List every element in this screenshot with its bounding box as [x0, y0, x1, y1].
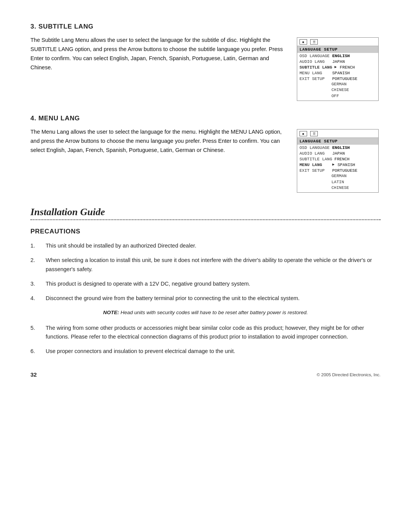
footer-copyright: © 2005 Directed Electronics, Inc. — [317, 372, 381, 377]
menu-label-2-4: MENU LANG — [299, 163, 330, 167]
subtitle-lang-heading: 3. Subtitle Lang — [30, 23, 381, 30]
precaution-item-1: 1. This unit should be installed by an a… — [30, 241, 381, 251]
precaution-number-4: 4. — [30, 294, 46, 303]
menu-row-2-5: EXIT SETUP PORTUGUESE — [297, 168, 378, 173]
menu-row-1-3: SUBTITLE LANG ► FRENCH — [297, 64, 378, 70]
menu-label-2-3: SUBTITLE LANG — [299, 157, 332, 161]
subtitle-lang-block: The Subtitle Lang Menu allows the user t… — [30, 36, 381, 101]
menu-row-2-1: OSD LANGUAGE ENGLISH — [297, 145, 378, 150]
menu-row-1-4: MENU LANG SPANISH — [297, 70, 378, 76]
menu-row-1-2: AUDIO LANG JAPAN — [297, 59, 378, 64]
menu-icon-disc-2: ■ — [299, 131, 307, 136]
precaution-number-1: 1. — [30, 241, 46, 251]
menu-icon-lang-1: ☰ — [310, 39, 318, 45]
dotted-divider — [30, 219, 381, 220]
menu-indent-1-off: OFF — [297, 93, 378, 99]
precaution-text-4: Disconnect the ground wire from the batt… — [46, 294, 299, 303]
menu-value-2-5: PORTUGUESE — [332, 168, 357, 173]
menu-value-1-1: ENGLISH — [332, 54, 350, 58]
precaution-text-2: When selecting a location to install thi… — [46, 256, 381, 274]
menu-title-1: LANGUAGE SETUP — [297, 46, 378, 53]
note-label: NOTE: — [103, 310, 119, 315]
installation-guide-section: Installation Guide Precautions 1. This u… — [30, 206, 381, 356]
menu-label-1-3: SUBTITLE LANG — [299, 65, 332, 70]
menu-lang-image: ■ ☰ LANGUAGE SETUP OSD LANGUAGE ENGLISH … — [297, 128, 381, 193]
note-text: Head units with security codes will have… — [119, 310, 308, 315]
menu-indent-2-latin: LATIN — [297, 179, 378, 185]
menu-arrow-1-3: ► — [335, 65, 337, 70]
menu-label-1-4: MENU LANG — [299, 71, 330, 75]
menu-lang-text: The Menu Lang allows the user to select … — [30, 128, 285, 193]
precaution-number-3: 3. — [30, 280, 46, 289]
menu-row-2-3: SUBTITLE LANG FRENCH — [297, 156, 378, 162]
menu-label-1-5: EXIT SETUP — [299, 77, 330, 81]
menu-row-2-2: AUDIO LANG JAPAN — [297, 150, 378, 156]
footer-page-number: 32 — [30, 371, 37, 378]
menu-indent-1-chinese: CHINESE — [297, 87, 378, 93]
menu-icon-disc-1: ■ — [299, 39, 307, 45]
menu-row-1-1: OSD LANGUAGE ENGLISH — [297, 53, 378, 59]
menu-indent-2-chinese: CHINESE — [297, 185, 378, 191]
precaution-text-5: The wiring from some other products or a… — [46, 324, 381, 342]
menu-value-1-3: FRENCH — [340, 65, 355, 70]
menu-value-1-5: PORTUGUESE — [332, 77, 357, 81]
precautions-heading: Precautions — [30, 228, 381, 235]
precaution-number-5: 5. — [30, 324, 46, 342]
precaution-item-2: 2. When selecting a location to install … — [30, 256, 381, 274]
menu-value-2-1: ENGLISH — [332, 145, 350, 150]
note-block: NOTE: Head units with security codes wil… — [30, 308, 381, 317]
install-guide-title: Installation Guide — [30, 206, 381, 218]
menu-title-2: LANGUAGE SETUP — [297, 138, 378, 145]
subtitle-lang-menu-box: ■ ☰ LANGUAGE SETUP OSD LANGUAGE ENGLISH … — [297, 37, 379, 101]
menu-icon-lang-2: ☰ — [310, 131, 318, 136]
menu-label-2-1: OSD LANGUAGE — [299, 145, 330, 150]
precaution-text-6: Use proper connectors and insulation to … — [46, 347, 235, 356]
menu-label-2-5: EXIT SETUP — [299, 168, 330, 173]
menu-value-2-3: FRENCH — [335, 157, 350, 161]
precaution-item-5: 5. The wiring from some other products o… — [30, 324, 381, 342]
menu-value-1-2: JAPAN — [332, 59, 345, 64]
menu-label-1-2: AUDIO LANG — [299, 59, 330, 64]
menu-lang-block: The Menu Lang allows the user to select … — [30, 128, 381, 193]
menu-label-1-1: OSD LANGUAGE — [299, 54, 330, 58]
menu-value-2-4: SPANISH — [338, 163, 355, 167]
precaution-number-2: 2. — [30, 256, 46, 274]
menu-row-2-4: MENU LANG ► SPANISH — [297, 162, 378, 168]
menu-indent-1-german: GERMAN — [297, 81, 378, 87]
menu-lang-heading: 4. Menu Lang — [30, 115, 381, 122]
menu-box-header-2: ■ ☰ — [297, 129, 378, 138]
precaution-text-1: This unit should be installed by an auth… — [46, 241, 196, 251]
menu-box-header-1: ■ ☰ — [297, 38, 378, 46]
subtitle-lang-image: ■ ☰ LANGUAGE SETUP OSD LANGUAGE ENGLISH … — [297, 36, 381, 101]
precaution-item-3: 3. This product is designed to operate w… — [30, 280, 381, 289]
menu-arrow-2-4: ► — [332, 163, 335, 167]
subtitle-lang-text: The Subtitle Lang Menu allows the user t… — [30, 36, 285, 101]
precaution-text-3: This product is designed to operate with… — [46, 280, 250, 289]
menu-row-1-5: EXIT SETUP PORTUGUESE — [297, 76, 378, 81]
precaution-item-6: 6. Use proper connectors and insulation … — [30, 347, 381, 356]
precaution-number-6: 6. — [30, 347, 46, 356]
precaution-item-4: 4. Disconnect the ground wire from the b… — [30, 294, 381, 303]
menu-label-2-2: AUDIO LANG — [299, 151, 330, 156]
menu-value-1-4: SPANISH — [332, 71, 350, 75]
menu-value-2-2: JAPAN — [332, 151, 345, 156]
menu-indent-2-german: GERMAN — [297, 173, 378, 179]
menu-lang-menu-box: ■ ☰ LANGUAGE SETUP OSD LANGUAGE ENGLISH … — [297, 129, 379, 193]
subtitle-lang-section: 3. Subtitle Lang The Subtitle Lang Menu … — [30, 23, 381, 101]
footer: 32 © 2005 Directed Electronics, Inc. — [30, 371, 381, 378]
menu-lang-section: 4. Menu Lang The Menu Lang allows the us… — [30, 115, 381, 193]
